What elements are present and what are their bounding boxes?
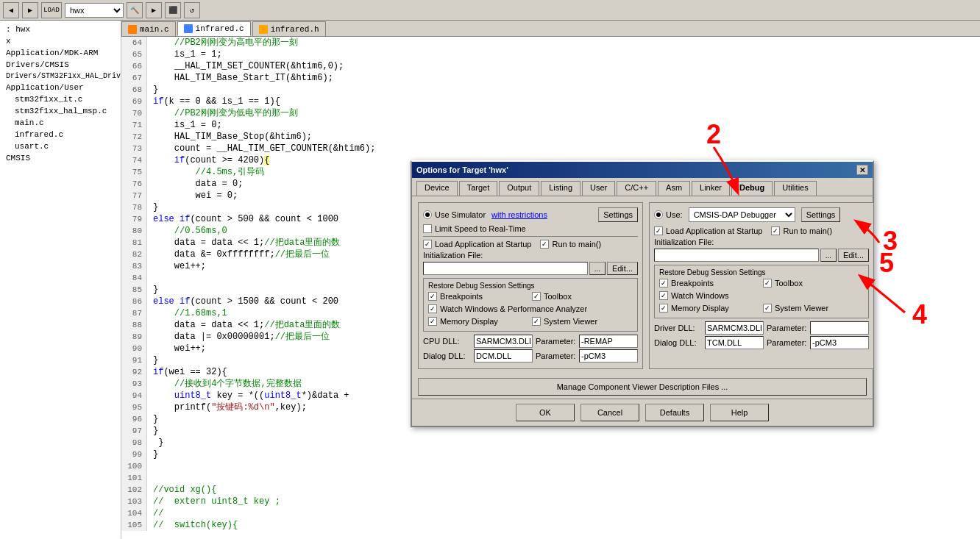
right-debugger-select[interactable]: CMSIS-DAP Debugger xyxy=(689,207,795,222)
right-load-app-row: ✓ Load Application at Startup ✓ Run to m… xyxy=(654,226,869,235)
dialog-body: Use Simulator with restrictions Settings… xyxy=(412,196,873,375)
right-watch-label: Watch Windows xyxy=(671,291,728,300)
right-watch-check[interactable]: ✓ xyxy=(659,291,668,300)
defaults-btn[interactable]: Defaults xyxy=(645,404,704,421)
code-line: 99 } xyxy=(121,449,980,460)
dialog-tab-linker[interactable]: Linker xyxy=(692,181,730,196)
dialog-tab-output[interactable]: Output xyxy=(499,181,539,196)
with-restrictions-link[interactable]: with restrictions xyxy=(491,210,547,219)
dialog-close-btn[interactable]: ✕ xyxy=(856,165,868,175)
dialog-tabs: Device Target Output Listing User C/C++ … xyxy=(412,178,873,196)
tab-infrared-c[interactable]: infrared.c xyxy=(177,21,251,36)
dialog-tab-device[interactable]: Device xyxy=(416,181,458,196)
right-toolbox-label: Toolbox xyxy=(775,279,803,288)
sidebar-item-file1[interactable]: stm32f1xx_it.c xyxy=(0,93,121,105)
divider1 xyxy=(423,236,638,237)
dialog-tab-listing[interactable]: Listing xyxy=(541,181,580,196)
manage-component-btn[interactable]: Manage Component Viewer Description File… xyxy=(418,378,867,396)
sidebar-item-file2[interactable]: stm32f1xx_hal_msp.c xyxy=(0,105,121,117)
sidebar-item-cmsis[interactable]: Drivers/CMSIS xyxy=(0,59,121,71)
dialog-tab-utilities[interactable]: Utilities xyxy=(774,181,816,196)
left-settings-btn[interactable]: Settings xyxy=(598,207,638,222)
code-line: 65 is_1 = 1; xyxy=(121,49,980,60)
right-settings-btn[interactable]: Settings xyxy=(801,207,841,222)
toolbar-debug-btn[interactable]: ▶ xyxy=(146,2,162,18)
toolbar-back-btn[interactable]: ◀ xyxy=(3,2,19,18)
left-sysviewer-check[interactable]: ✓ xyxy=(532,317,541,326)
left-cpu-dll-row: CPU DLL: Parameter: xyxy=(423,335,638,348)
left-dialog-dll-input[interactable] xyxy=(474,349,533,363)
left-run-main-check[interactable]: ✓ xyxy=(540,240,549,249)
code-line: 73 count = __HAL_TIM_GET_COUNTER(&htim6)… xyxy=(121,143,980,154)
dialog-tab-target[interactable]: Target xyxy=(459,181,498,196)
right-use-radio[interactable] xyxy=(654,210,663,219)
right-edit-btn[interactable]: Edit... xyxy=(838,249,869,262)
sidebar-item-file4[interactable]: infrared.c xyxy=(0,129,121,140)
right-breakpoints-label: Breakpoints xyxy=(671,279,714,288)
limit-speed-check[interactable] xyxy=(423,224,432,233)
sidebar-item-cmsis2[interactable]: CMSIS xyxy=(0,152,121,164)
dialog-tab-user[interactable]: User xyxy=(582,181,615,196)
left-cpu-param-input[interactable] xyxy=(579,335,638,348)
right-dialog-dll-input[interactable] xyxy=(705,336,764,349)
right-init-input[interactable] xyxy=(654,249,819,262)
help-btn[interactable]: Help xyxy=(710,404,769,421)
right-load-app-check[interactable]: ✓ xyxy=(654,226,663,235)
toolbar-reset-btn[interactable]: ↺ xyxy=(184,2,200,18)
right-driver-dll-label: Driver DLL: xyxy=(654,324,702,332)
sidebar-item-x[interactable]: x xyxy=(0,35,121,47)
dialog-tab-asm[interactable]: Asm xyxy=(658,181,690,196)
left-browse-btn[interactable]: ... xyxy=(589,262,606,275)
toolbar-forward-btn[interactable]: ▶ xyxy=(22,2,38,18)
left-memory-check[interactable]: ✓ xyxy=(428,317,437,326)
right-driver-param-input[interactable] xyxy=(810,321,869,335)
left-load-app-row: ✓ Load Application at Startup ✓ Run to m… xyxy=(423,240,638,249)
right-driver-dll-input[interactable] xyxy=(705,321,764,335)
toolbar-stop-btn[interactable]: ⬛ xyxy=(165,2,181,18)
code-line: 66 __HAL_TIM_SET_COUNTER(&htim6,0); xyxy=(121,60,980,72)
use-simulator-radio[interactable] xyxy=(423,210,432,219)
tab-main-c[interactable]: main.c xyxy=(121,21,176,36)
left-init-row: ... Edit... xyxy=(423,262,638,275)
left-load-app-check[interactable]: ✓ xyxy=(423,240,432,249)
sidebar-item-hwx[interactable]: : hwx xyxy=(0,24,121,35)
left-breakpoints-label: Breakpoints xyxy=(440,292,483,301)
right-dialog-dll-label: Dialog DLL: xyxy=(654,338,702,347)
right-browse-btn[interactable]: ... xyxy=(820,249,837,262)
left-edit-btn[interactable]: Edit... xyxy=(607,262,638,275)
right-breakpoints-check[interactable]: ✓ xyxy=(659,279,668,288)
sidebar-item-hal[interactable]: Drivers/STM32F1xx_HAL_Driv... xyxy=(0,71,121,82)
left-cpu-dll-input[interactable] xyxy=(474,335,533,348)
dialog-tab-cpp[interactable]: C/C++ xyxy=(617,181,656,196)
sidebar-item-mdk[interactable]: Application/MDK-ARM xyxy=(0,47,121,59)
ok-btn[interactable]: OK xyxy=(516,404,575,421)
sidebar-item-appuser[interactable]: Application/User xyxy=(0,82,121,93)
left-dialog-param-input[interactable] xyxy=(579,349,638,363)
sidebar-item-file3[interactable]: main.c xyxy=(0,117,121,129)
right-sysviewer-check[interactable]: ✓ xyxy=(763,304,772,313)
right-toolbox-check[interactable]: ✓ xyxy=(763,279,772,288)
code-line: 105 // switch(key){ xyxy=(121,519,980,531)
dialog-tab-debug[interactable]: Debug xyxy=(731,181,773,196)
toolbar-build-btn[interactable]: 🔨 xyxy=(127,2,143,18)
right-memory-check[interactable]: ✓ xyxy=(659,304,668,313)
left-sysviewer-label: System Viewer xyxy=(544,317,597,326)
toolbar-load-btn[interactable]: LOAD xyxy=(41,2,62,18)
tab-bar: main.c infrared.c infrared.h xyxy=(121,21,980,37)
target-select[interactable]: hwx xyxy=(65,3,124,18)
use-simulator-label: Use Simulator xyxy=(435,210,486,219)
left-init-input[interactable] xyxy=(423,262,588,275)
right-watch-row: ✓ Watch Windows xyxy=(659,291,864,300)
right-run-main-check[interactable]: ✓ xyxy=(771,226,780,235)
code-line: 103 // extern uint8_t key ; xyxy=(121,496,980,507)
left-toolbox-check[interactable]: ✓ xyxy=(532,292,541,301)
code-line: 104 // xyxy=(121,507,980,519)
code-line: 69 if(k == 0 && is_1 == 1){ xyxy=(121,96,980,107)
left-watch-check[interactable]: ✓ xyxy=(428,304,437,313)
sidebar-item-file5[interactable]: usart.c xyxy=(0,140,121,152)
right-session-section: Restore Debug Session Settings ✓ Breakpo… xyxy=(654,265,869,318)
left-breakpoints-check[interactable]: ✓ xyxy=(428,292,437,301)
right-dialog-param-input[interactable] xyxy=(810,336,869,349)
cancel-btn[interactable]: Cancel xyxy=(580,404,639,421)
tab-infrared-h[interactable]: infrared.h xyxy=(252,21,326,36)
